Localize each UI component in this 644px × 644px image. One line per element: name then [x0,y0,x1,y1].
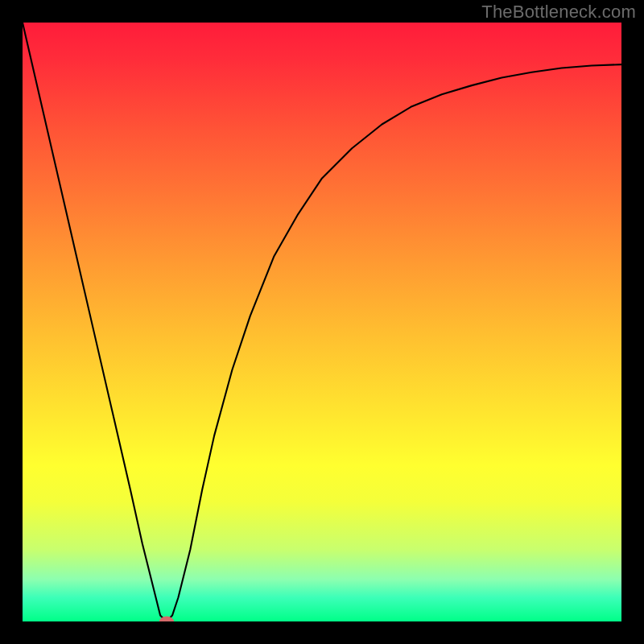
plot-area [23,23,621,621]
chart-stage: TheBottleneck.com [0,0,644,644]
min-marker [159,617,174,622]
bottleneck-curve [23,23,621,621]
curve-svg [23,23,621,621]
watermark-text: TheBottleneck.com [481,2,636,23]
